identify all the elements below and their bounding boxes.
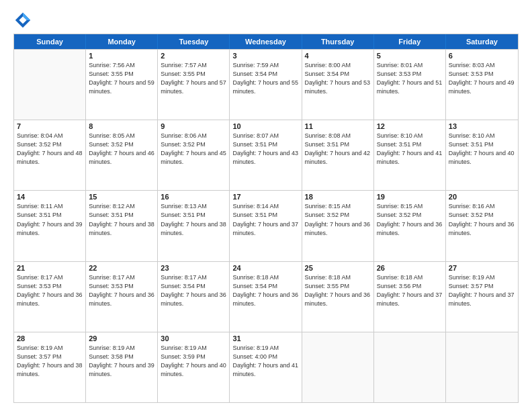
day-info: Sunrise: 8:19 AM Sunset: 3:58 PM Dayligh… — [89, 344, 154, 379]
day-number: 17 — [232, 193, 298, 201]
day-number: 16 — [161, 193, 226, 201]
day-info: Sunrise: 8:10 AM Sunset: 3:51 PM Dayligh… — [377, 132, 443, 167]
day-info: Sunrise: 8:05 AM Sunset: 3:52 PM Dayligh… — [89, 132, 154, 167]
calendar-cell: 9Sunrise: 8:06 AM Sunset: 3:52 PM Daylig… — [158, 120, 230, 190]
day-number: 28 — [17, 334, 83, 342]
day-info: Sunrise: 8:15 AM Sunset: 3:52 PM Dayligh… — [305, 202, 371, 237]
calendar-cell: 13Sunrise: 8:10 AM Sunset: 3:51 PM Dayli… — [446, 120, 518, 190]
calendar-cell — [374, 332, 446, 402]
day-number: 14 — [17, 193, 83, 201]
weekday-header: Tuesday — [158, 34, 230, 49]
day-number: 5 — [377, 52, 443, 60]
day-info: Sunrise: 8:10 AM Sunset: 3:51 PM Dayligh… — [449, 132, 515, 167]
day-number: 7 — [17, 122, 83, 130]
week-row-1: 1Sunrise: 7:56 AM Sunset: 3:55 PM Daylig… — [14, 49, 518, 120]
weekday-header: Friday — [374, 34, 446, 49]
day-info: Sunrise: 8:18 AM Sunset: 3:55 PM Dayligh… — [305, 273, 371, 308]
weekday-header: Thursday — [302, 34, 374, 49]
day-info: Sunrise: 8:07 AM Sunset: 3:51 PM Dayligh… — [232, 132, 298, 167]
calendar-cell: 15Sunrise: 8:12 AM Sunset: 3:51 PM Dayli… — [86, 191, 158, 261]
day-info: Sunrise: 8:11 AM Sunset: 3:51 PM Dayligh… — [17, 202, 83, 237]
logo-icon — [13, 11, 32, 30]
day-number: 12 — [377, 122, 443, 130]
week-row-5: 28Sunrise: 8:19 AM Sunset: 3:57 PM Dayli… — [14, 332, 518, 402]
calendar-cell: 22Sunrise: 8:17 AM Sunset: 3:53 PM Dayli… — [86, 262, 158, 332]
day-info: Sunrise: 8:03 AM Sunset: 3:53 PM Dayligh… — [449, 61, 515, 96]
calendar-cell: 1Sunrise: 7:56 AM Sunset: 3:55 PM Daylig… — [86, 50, 158, 120]
calendar-body: 1Sunrise: 7:56 AM Sunset: 3:55 PM Daylig… — [14, 49, 518, 402]
weekday-header: Monday — [86, 34, 158, 49]
calendar-cell: 10Sunrise: 8:07 AM Sunset: 3:51 PM Dayli… — [230, 120, 302, 190]
day-info: Sunrise: 8:15 AM Sunset: 3:52 PM Dayligh… — [377, 202, 443, 237]
week-row-3: 14Sunrise: 8:11 AM Sunset: 3:51 PM Dayli… — [14, 190, 518, 261]
day-number: 2 — [161, 52, 226, 60]
calendar-cell: 30Sunrise: 8:19 AM Sunset: 3:59 PM Dayli… — [158, 332, 230, 402]
calendar-cell: 17Sunrise: 8:14 AM Sunset: 3:51 PM Dayli… — [230, 191, 302, 261]
calendar-cell: 7Sunrise: 8:04 AM Sunset: 3:52 PM Daylig… — [14, 120, 86, 190]
day-number: 19 — [377, 193, 443, 201]
calendar-cell: 8Sunrise: 8:05 AM Sunset: 3:52 PM Daylig… — [86, 120, 158, 190]
calendar-cell — [302, 332, 374, 402]
day-info: Sunrise: 8:08 AM Sunset: 3:51 PM Dayligh… — [305, 132, 371, 167]
calendar-cell: 6Sunrise: 8:03 AM Sunset: 3:53 PM Daylig… — [446, 50, 518, 120]
header — [13, 11, 519, 30]
calendar-cell: 21Sunrise: 8:17 AM Sunset: 3:53 PM Dayli… — [14, 262, 86, 332]
day-number: 25 — [305, 264, 371, 272]
calendar-cell: 14Sunrise: 8:11 AM Sunset: 3:51 PM Dayli… — [14, 191, 86, 261]
calendar-cell: 27Sunrise: 8:19 AM Sunset: 3:57 PM Dayli… — [446, 262, 518, 332]
day-number: 3 — [232, 52, 298, 60]
calendar-cell: 26Sunrise: 8:18 AM Sunset: 3:56 PM Dayli… — [374, 262, 446, 332]
calendar-cell: 3Sunrise: 7:59 AM Sunset: 3:54 PM Daylig… — [230, 50, 302, 120]
day-number: 30 — [161, 334, 226, 342]
day-info: Sunrise: 8:12 AM Sunset: 3:51 PM Dayligh… — [89, 202, 154, 237]
day-number: 1 — [89, 52, 154, 60]
day-number: 21 — [17, 264, 83, 272]
day-number: 23 — [161, 264, 226, 272]
calendar-cell: 12Sunrise: 8:10 AM Sunset: 3:51 PM Dayli… — [374, 120, 446, 190]
day-number: 15 — [89, 193, 154, 201]
day-info: Sunrise: 8:06 AM Sunset: 3:52 PM Dayligh… — [161, 132, 226, 167]
day-info: Sunrise: 7:56 AM Sunset: 3:55 PM Dayligh… — [89, 61, 154, 96]
calendar-cell: 20Sunrise: 8:16 AM Sunset: 3:52 PM Dayli… — [446, 191, 518, 261]
calendar-cell — [14, 50, 86, 120]
calendar: SundayMondayTuesdayWednesdayThursdayFrid… — [13, 34, 519, 403]
day-info: Sunrise: 7:59 AM Sunset: 3:54 PM Dayligh… — [232, 61, 298, 96]
calendar-page: SundayMondayTuesdayWednesdayThursdayFrid… — [0, 0, 532, 411]
day-number: 11 — [305, 122, 371, 130]
calendar-cell: 11Sunrise: 8:08 AM Sunset: 3:51 PM Dayli… — [302, 120, 374, 190]
calendar-cell: 5Sunrise: 8:01 AM Sunset: 3:53 PM Daylig… — [374, 50, 446, 120]
day-info: Sunrise: 8:13 AM Sunset: 3:51 PM Dayligh… — [161, 202, 226, 237]
week-row-2: 7Sunrise: 8:04 AM Sunset: 3:52 PM Daylig… — [14, 120, 518, 190]
day-info: Sunrise: 8:19 AM Sunset: 3:59 PM Dayligh… — [161, 344, 226, 379]
day-info: Sunrise: 8:18 AM Sunset: 3:54 PM Dayligh… — [232, 273, 298, 308]
day-info: Sunrise: 8:14 AM Sunset: 3:51 PM Dayligh… — [232, 202, 298, 237]
day-info: Sunrise: 8:04 AM Sunset: 3:52 PM Dayligh… — [17, 132, 83, 167]
calendar-cell: 29Sunrise: 8:19 AM Sunset: 3:58 PM Dayli… — [86, 332, 158, 402]
calendar-cell: 2Sunrise: 7:57 AM Sunset: 3:55 PM Daylig… — [158, 50, 230, 120]
day-info: Sunrise: 8:19 AM Sunset: 4:00 PM Dayligh… — [232, 344, 298, 379]
logo — [13, 11, 35, 30]
day-number: 27 — [449, 264, 515, 272]
day-number: 4 — [305, 52, 371, 60]
day-number: 8 — [89, 122, 154, 130]
day-info: Sunrise: 8:01 AM Sunset: 3:53 PM Dayligh… — [377, 61, 443, 96]
day-info: Sunrise: 8:17 AM Sunset: 3:54 PM Dayligh… — [161, 273, 226, 308]
day-info: Sunrise: 8:19 AM Sunset: 3:57 PM Dayligh… — [17, 344, 83, 379]
calendar-cell: 25Sunrise: 8:18 AM Sunset: 3:55 PM Dayli… — [302, 262, 374, 332]
week-row-4: 21Sunrise: 8:17 AM Sunset: 3:53 PM Dayli… — [14, 261, 518, 332]
calendar-cell — [446, 332, 518, 402]
day-info: Sunrise: 8:16 AM Sunset: 3:52 PM Dayligh… — [449, 202, 515, 237]
calendar-cell: 24Sunrise: 8:18 AM Sunset: 3:54 PM Dayli… — [230, 262, 302, 332]
day-number: 24 — [232, 264, 298, 272]
day-number: 31 — [232, 334, 298, 342]
weekday-header: Sunday — [14, 34, 86, 49]
day-info: Sunrise: 8:17 AM Sunset: 3:53 PM Dayligh… — [89, 273, 154, 308]
day-number: 29 — [89, 334, 154, 342]
weekday-header: Wednesday — [230, 34, 302, 49]
day-number: 6 — [449, 52, 515, 60]
day-info: Sunrise: 8:18 AM Sunset: 3:56 PM Dayligh… — [377, 273, 443, 308]
calendar-cell: 28Sunrise: 8:19 AM Sunset: 3:57 PM Dayli… — [14, 332, 86, 402]
calendar-cell: 4Sunrise: 8:00 AM Sunset: 3:54 PM Daylig… — [302, 50, 374, 120]
calendar-cell: 19Sunrise: 8:15 AM Sunset: 3:52 PM Dayli… — [374, 191, 446, 261]
day-number: 13 — [449, 122, 515, 130]
